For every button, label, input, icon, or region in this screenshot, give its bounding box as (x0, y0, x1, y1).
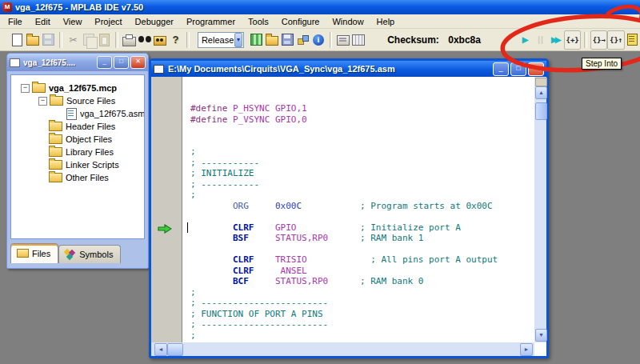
run-button[interactable]: ▶ (518, 31, 533, 49)
folder-icon (17, 249, 29, 258)
close-button[interactable]: ✕ (130, 56, 146, 69)
reset-button[interactable] (625, 31, 640, 49)
minimize-button[interactable]: _ (97, 56, 112, 69)
find-in-files-button[interactable] (152, 31, 167, 49)
step-over-icon: {}→ (593, 36, 606, 44)
scroll-left-button[interactable]: ◄ (154, 343, 167, 356)
vertical-scrollbar[interactable]: ▲ ▼ (534, 77, 546, 342)
code-line: CLRF GPIO ; Initialize port A (190, 222, 534, 234)
code-editor[interactable]: #define P_HSYNC GPIO,1#define P_VSYNC GP… (182, 77, 534, 342)
scroll-down-button[interactable]: ▼ (535, 329, 547, 342)
step-into-button[interactable]: {+} (564, 30, 581, 50)
editor-titlebar[interactable]: E:\My Documents\Cirquits\VGA_Sync\vga_12… (151, 61, 546, 77)
step-into-tooltip: Step Into (582, 58, 622, 70)
menu-help[interactable]: Help (370, 15, 402, 28)
splitter-box[interactable] (535, 78, 547, 86)
editor-close-button[interactable]: ✕ (528, 62, 544, 76)
tree-collapse-icon[interactable]: − (38, 97, 47, 106)
editor-window: E:\My Documents\Cirquits\VGA_Sync\vga_12… (149, 58, 549, 358)
tree-item[interactable]: Other Files (11, 171, 144, 184)
tree-item[interactable]: −vga_12f675.mcp (11, 82, 144, 94)
code-line: ; INITIALIZE (190, 168, 534, 179)
menu-project[interactable]: Project (88, 15, 128, 28)
tab-label: Symbols (79, 250, 113, 259)
new-file-button[interactable] (10, 31, 25, 49)
paste-button[interactable] (97, 31, 112, 49)
build-configuration-value: Release (198, 35, 234, 45)
tab-files[interactable]: Files (10, 243, 58, 263)
toolbar-separator (59, 32, 62, 48)
menu-window[interactable]: Window (326, 15, 370, 28)
tree-collapse-icon[interactable]: − (21, 84, 30, 93)
menu-edit[interactable]: Edit (29, 15, 57, 28)
halt-button[interactable]: || (533, 31, 548, 49)
project-tabs: FilesSymbols (10, 244, 121, 263)
code-line: ; (190, 190, 534, 201)
folder-icon (49, 134, 62, 144)
code-line: BCF STATUS,RP0 ; RAM bank 0 (190, 276, 534, 287)
about-button[interactable]: i (310, 31, 326, 49)
code-line: ORG 0x00C ; Program starts at 0x00C (190, 201, 534, 212)
chevron-down-icon[interactable]: ▼ (234, 33, 242, 47)
cut-icon: ✂ (69, 35, 77, 45)
help-icon: ? (172, 34, 178, 46)
build-configuration-select[interactable]: Release ▼ (198, 32, 244, 48)
checksum-readout: Checksum: 0xbc8a (387, 34, 481, 46)
horizontal-scroll-thumb[interactable] (167, 343, 183, 356)
step-over-button[interactable]: {}→ (590, 30, 607, 50)
find-button[interactable] (137, 31, 152, 49)
build-all-icon (298, 35, 309, 45)
code-line: ; (190, 146, 534, 158)
scroll-right-button[interactable]: ► (520, 343, 533, 356)
code-content: #define P_HSYNC GPIO,1#define P_VSYNC GP… (182, 77, 534, 341)
tree-item-label: Object Files (66, 134, 112, 144)
mplab-ide-window: M vga_12f675 - MPLAB IDE v7.50 FileEditV… (0, 0, 640, 364)
tree-item[interactable]: Object Files (11, 133, 144, 146)
menu-file[interactable]: File (2, 15, 29, 28)
program-target-button[interactable] (335, 31, 350, 49)
open-file-button[interactable] (25, 31, 40, 49)
new-project-button[interactable] (249, 31, 264, 49)
text-cursor (187, 222, 188, 233)
find-in-files-icon (154, 36, 166, 46)
menu-view[interactable]: View (57, 15, 89, 28)
menu-debugger[interactable]: Debugger (129, 15, 180, 28)
editor-gutter[interactable] (151, 77, 182, 342)
open-project-button[interactable] (264, 31, 279, 49)
animate-button[interactable]: ▶▶ (549, 31, 564, 49)
tree-item[interactable]: −Source Files (11, 94, 144, 107)
tree-item[interactable]: Linker Scripts (11, 158, 144, 171)
tree-item[interactable]: vga_12f675.asm (11, 107, 144, 120)
vertical-scroll-thumb[interactable] (535, 102, 547, 120)
horizontal-scrollbar[interactable]: ◄ ► (151, 342, 534, 356)
menu-configure[interactable]: Configure (275, 15, 326, 28)
build-all-button[interactable] (295, 31, 310, 49)
tree-item[interactable]: Library Files (11, 146, 144, 158)
view-memory-button[interactable] (351, 31, 366, 49)
code-line: #define P_HSYNC GPIO,1 (190, 103, 534, 114)
step-out-button[interactable]: {}↑ (607, 30, 624, 50)
editor-maximize-button[interactable]: □ (510, 62, 526, 76)
project-window-titlebar[interactable]: vga_12f675.... _ □ ✕ (7, 54, 148, 71)
scroll-up-button[interactable]: ▲ (535, 86, 547, 99)
cut-button[interactable]: ✂ (66, 31, 81, 49)
menu-programmer[interactable]: Programmer (180, 15, 242, 28)
help-button[interactable]: ? (168, 31, 183, 49)
title-bar[interactable]: M vga_12f675 - MPLAB IDE v7.50 (0, 0, 640, 14)
current-line-arrow-icon (158, 224, 172, 234)
menu-tools[interactable]: Tools (242, 15, 275, 28)
copy-button[interactable] (81, 31, 96, 49)
maximize-button[interactable]: □ (114, 56, 129, 69)
folder-icon (49, 147, 62, 157)
save-file-button[interactable] (41, 31, 56, 49)
document-icon (154, 65, 164, 74)
toolbar: ✂ ? Release ▼ i Checksum: 0xbc8a ▶ || ▶▶… (0, 29, 640, 51)
save-workspace-button[interactable] (280, 31, 295, 49)
tree-item[interactable]: Header Files (11, 120, 144, 133)
project-tree[interactable]: −vga_12f675.mcp−Source Filesvga_12f675.a… (10, 74, 145, 239)
editor-minimize-button[interactable]: _ (493, 62, 509, 76)
code-line (190, 125, 534, 136)
tab-symbols[interactable]: Symbols (58, 245, 121, 263)
window-title: vga_12f675 - MPLAB IDE v7.50 (15, 2, 143, 12)
print-button[interactable] (122, 31, 137, 49)
